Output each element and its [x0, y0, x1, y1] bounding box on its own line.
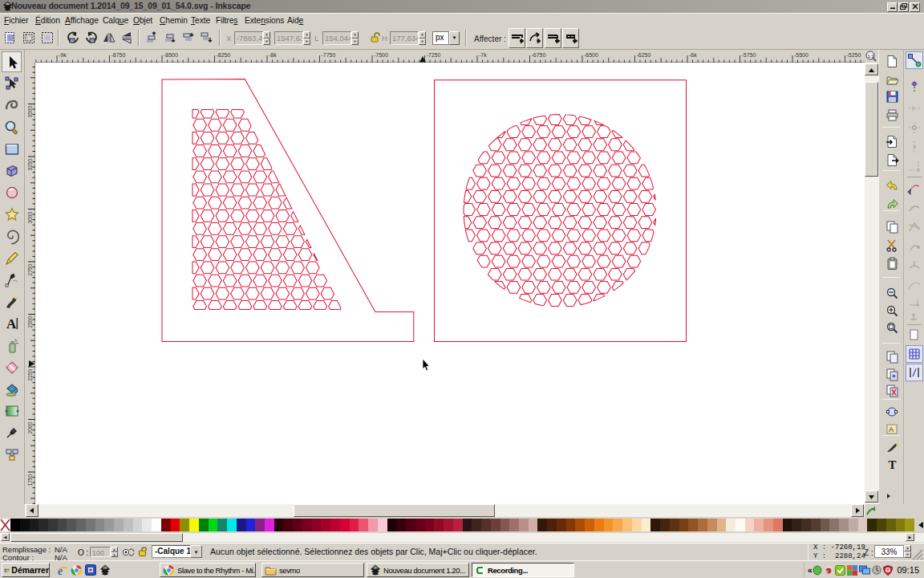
svg-text:-6500: -6500: [584, 52, 598, 58]
svg-text:-7750: -7750: [322, 52, 336, 58]
svg-text:1750: 1750: [27, 474, 33, 486]
svg-text:T: T: [889, 458, 897, 471]
svg-text:-8750: -8750: [111, 52, 126, 58]
svg-text:-8k: -8k: [269, 52, 277, 58]
svg-text:-5750: -5750: [742, 52, 756, 58]
svg-text:A: A: [6, 316, 17, 332]
svg-text:-8250: -8250: [217, 52, 231, 58]
svg-text:-6750: -6750: [532, 52, 546, 58]
svg-text:A: A: [889, 425, 894, 434]
svg-text:2000: 2000: [27, 422, 33, 434]
svg-text:-7250: -7250: [427, 52, 441, 58]
svg-text:3500: 3500: [27, 106, 33, 118]
svg-text:-6k: -6k: [689, 52, 697, 58]
svg-text:2750: 2750: [27, 264, 33, 276]
svg-text:-5250: -5250: [847, 52, 861, 58]
svg-text:-5500: -5500: [794, 52, 808, 58]
svg-text:2500: 2500: [27, 316, 33, 328]
svg-text:-6250: -6250: [637, 52, 651, 58]
svg-text:2250: 2250: [27, 369, 33, 381]
svg-text:-9k: -9k: [59, 52, 67, 58]
svg-text:1:1: 1:1: [868, 54, 875, 59]
svg-text:-7k: -7k: [479, 52, 487, 58]
svg-text:-8500: -8500: [164, 52, 178, 58]
svg-text:3250: 3250: [27, 159, 33, 171]
svg-text:3000: 3000: [27, 212, 33, 224]
svg-text:-7500: -7500: [374, 52, 388, 58]
